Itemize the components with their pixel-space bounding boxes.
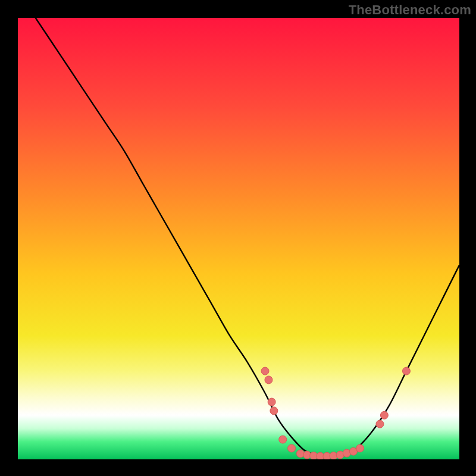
scatter-point: [356, 444, 364, 452]
watermark-label: TheBottleneck.com: [349, 2, 471, 18]
scatter-point: [376, 420, 384, 428]
chart-svg: [18, 18, 459, 459]
scatter-point: [288, 444, 296, 452]
scatter-point: [279, 436, 287, 443]
plot-area: [18, 18, 459, 459]
gradient-background: [18, 18, 459, 459]
scatter-point: [268, 398, 275, 406]
scatter-point: [261, 367, 269, 375]
scatter-point: [380, 411, 388, 419]
scatter-point: [402, 367, 410, 375]
scatter-point: [270, 407, 278, 415]
scatter-point: [265, 376, 273, 384]
chart-frame: TheBottleneck.com: [0, 0, 476, 476]
